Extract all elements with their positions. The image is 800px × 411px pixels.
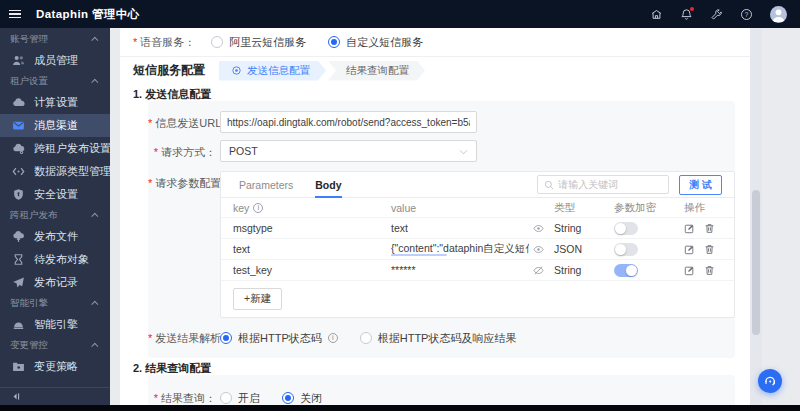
sidebar-section-tenant[interactable]: 租户设置 bbox=[0, 72, 110, 91]
radio-query-on[interactable]: 开启 bbox=[220, 391, 260, 406]
url-input[interactable] bbox=[220, 111, 477, 133]
result-query-row: *结果查询： 开启 关闭 bbox=[148, 388, 735, 405]
param-search-input[interactable] bbox=[558, 179, 662, 190]
config-steps: 发送信息配置 结果查询配置 bbox=[219, 61, 425, 81]
step-result-config[interactable]: 结果查询配置 bbox=[328, 61, 425, 81]
section1-title: 1. 发送信息配置 bbox=[120, 84, 750, 101]
customer-service-button[interactable] bbox=[758, 369, 782, 393]
chevron-up-icon bbox=[91, 37, 98, 44]
sidebar-item-change-policy[interactable]: 变更策略 bbox=[0, 355, 110, 378]
send-icon bbox=[12, 276, 25, 289]
sidebar-section-cross-tenant-publish[interactable]: 跨租户发布 bbox=[0, 206, 110, 225]
sidebar-item-cross-tenant-publish-settings[interactable]: 跨租户发布设置 bbox=[0, 137, 110, 160]
sidebar-item-security-settings[interactable]: 安全设置 bbox=[0, 183, 110, 206]
sidebar-item-datasource-type[interactable]: 数据源类型管理 bbox=[0, 160, 110, 183]
parse-result-row: *发送结果解析： 根据HTTP状态码 i 根据HTTP状态码及响应结果 bbox=[148, 328, 735, 348]
content-panel: * 语音服务： 阿里云短信服务 自定义短信服务 短信服务配置 发送信息配置 bbox=[120, 28, 750, 405]
workshop-icon[interactable] bbox=[650, 8, 663, 21]
eye-icon[interactable] bbox=[533, 244, 544, 255]
delete-icon[interactable] bbox=[704, 223, 715, 234]
required-asterisk: * bbox=[133, 36, 137, 48]
radio-icon bbox=[360, 332, 372, 344]
mail-icon bbox=[12, 119, 25, 132]
radio-icon bbox=[282, 392, 294, 404]
sidebar: 账号管理 成员管理 租户设置 计算设置 消息渠道 跨租户发布设置 数据源类型管理… bbox=[0, 28, 110, 405]
sidebar-item-members[interactable]: 成员管理 bbox=[0, 49, 110, 72]
sidebar-item-ai-engine[interactable]: 智能引擎 bbox=[0, 313, 110, 336]
sidebar-section-engine[interactable]: 智能引擎 bbox=[0, 294, 110, 313]
sms-config-title: 短信服务配置 bbox=[133, 62, 205, 79]
radio-icon bbox=[220, 392, 232, 404]
step-send-config[interactable]: 发送信息配置 bbox=[219, 61, 326, 81]
window-bottom-edge bbox=[0, 405, 800, 411]
sidebar-item-publish-records[interactable]: 发布记录 bbox=[0, 271, 110, 294]
method-select[interactable]: POST bbox=[220, 140, 477, 162]
svg-text:?: ? bbox=[745, 11, 749, 18]
table-row: test_key ****** String bbox=[221, 260, 734, 281]
radio-icon bbox=[328, 36, 340, 48]
radio-aliyun-sms[interactable]: 阿里云短信服务 bbox=[211, 35, 306, 50]
user-avatar[interactable] bbox=[770, 6, 787, 23]
info-icon[interactable]: i bbox=[253, 203, 263, 213]
sidebar-item-pending-objects[interactable]: 待发布对象 bbox=[0, 248, 110, 271]
tab-parameters[interactable]: Parameters bbox=[239, 172, 293, 198]
chevron-up-icon bbox=[91, 213, 98, 220]
cloud-upload-icon bbox=[12, 230, 25, 243]
delete-icon[interactable] bbox=[704, 244, 715, 255]
encrypt-toggle[interactable] bbox=[614, 222, 638, 235]
notification-badge bbox=[690, 7, 694, 11]
sms-config-header: 短信服务配置 发送信息配置 结果查询配置 bbox=[120, 57, 750, 84]
screen: Dataphin 管理中心 ? 账号管理 成员 bbox=[0, 0, 800, 411]
target-icon bbox=[231, 65, 242, 76]
folder-icon bbox=[12, 360, 25, 373]
tab-body[interactable]: Body bbox=[315, 172, 341, 198]
hourglass-icon bbox=[12, 253, 25, 266]
delete-icon[interactable] bbox=[704, 265, 715, 276]
test-button[interactable]: 测 试 bbox=[679, 175, 722, 195]
sidebar-item-compute-settings[interactable]: 计算设置 bbox=[0, 91, 110, 114]
params-card: Parameters Body 测 试 keyi value bbox=[220, 171, 735, 318]
edit-icon[interactable] bbox=[684, 223, 695, 234]
users-icon bbox=[12, 54, 25, 67]
scrollbar-track[interactable] bbox=[750, 28, 762, 405]
sidebar-item-publish-files[interactable]: 发布文件 bbox=[0, 225, 110, 248]
chevron-down-icon bbox=[459, 145, 468, 157]
radio-icon bbox=[211, 36, 223, 48]
sidebar-section-change-control[interactable]: 变更管控 bbox=[0, 336, 110, 355]
scrollbar-thumb[interactable] bbox=[752, 190, 760, 335]
send-config-panel: *信息发送URL： *请求方式： POST *请求参数配置： bbox=[148, 101, 735, 358]
app-title: Dataphin 管理中心 bbox=[36, 7, 140, 22]
wrench-icon[interactable] bbox=[710, 8, 723, 21]
chevron-up-icon bbox=[91, 301, 98, 308]
radio-icon bbox=[220, 332, 232, 344]
radio-custom-sms[interactable]: 自定义短信服务 bbox=[328, 35, 423, 50]
method-field-row: *请求方式： POST bbox=[148, 140, 735, 163]
eye-off-icon[interactable] bbox=[533, 265, 544, 276]
edit-icon[interactable] bbox=[684, 265, 695, 276]
radio-http-status[interactable]: 根据HTTP状态码 i bbox=[220, 331, 338, 346]
voice-service-label: 语音服务： bbox=[140, 35, 195, 50]
sidebar-item-message-channel[interactable]: 消息渠道 bbox=[0, 114, 110, 137]
code-icon bbox=[12, 165, 25, 178]
chevron-up-icon bbox=[91, 343, 98, 350]
bell-icon[interactable] bbox=[680, 8, 693, 21]
help-icon[interactable]: ? bbox=[740, 8, 753, 21]
result-query-panel: *结果查询： 开启 关闭 bbox=[148, 375, 735, 405]
menu-icon[interactable] bbox=[0, 0, 30, 28]
info-icon[interactable]: i bbox=[328, 333, 338, 343]
voice-service-row: * 语音服务： 阿里云短信服务 自定义短信服务 bbox=[120, 28, 750, 57]
radio-query-off[interactable]: 关闭 bbox=[282, 391, 322, 406]
sidebar-section-account[interactable]: 账号管理 bbox=[0, 30, 110, 49]
table-row: msgtype text String bbox=[221, 218, 734, 239]
eye-icon[interactable] bbox=[533, 223, 544, 234]
collapse-sidebar-icon[interactable] bbox=[0, 387, 110, 405]
new-param-button[interactable]: +新建 bbox=[233, 288, 282, 310]
radio-http-status-and-response[interactable]: 根据HTTP状态码及响应结果 bbox=[360, 331, 517, 346]
params-tabs: Parameters Body 测 试 bbox=[221, 172, 734, 198]
encrypt-toggle[interactable] bbox=[614, 264, 638, 277]
edit-icon[interactable] bbox=[684, 244, 695, 255]
param-search bbox=[537, 175, 669, 194]
compute-cloud-icon bbox=[12, 96, 25, 109]
encrypt-toggle[interactable] bbox=[614, 243, 638, 256]
header-actions: ? bbox=[650, 6, 787, 23]
